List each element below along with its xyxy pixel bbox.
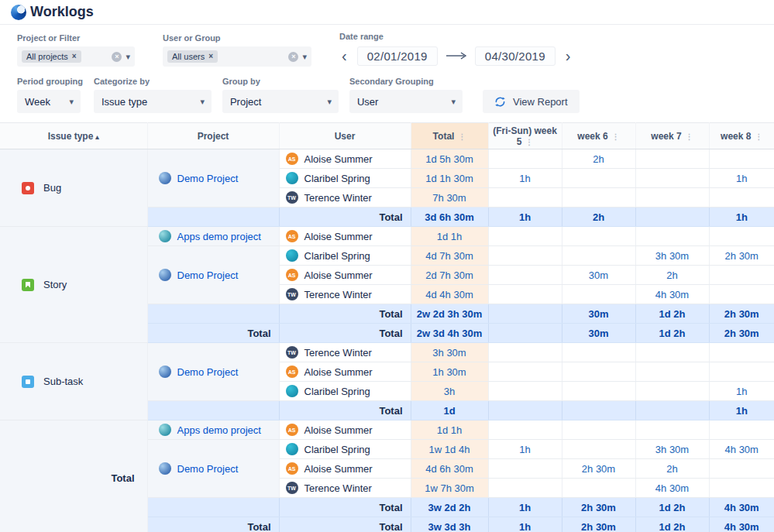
week-cell: 1d 2h	[635, 517, 709, 532]
week-cell: 4h 30m	[709, 517, 774, 532]
total-cell: 3w 3d 3h	[411, 517, 488, 532]
user-cell: ASAloise Summer	[279, 266, 411, 285]
secondary-grouping-select[interactable]: User ▾	[349, 90, 463, 113]
user-name: Aloise Summer	[304, 366, 373, 378]
user-filter-chip[interactable]: All users ×	[167, 50, 218, 63]
week-cell	[488, 401, 562, 420]
week-cell	[488, 362, 562, 382]
avatar: AS	[286, 269, 298, 281]
view-report-button[interactable]: View Report	[483, 90, 580, 113]
total-cell: 1w 7h 30m	[411, 479, 488, 498]
week-cell: 1h	[488, 440, 562, 459]
week-cell	[562, 227, 635, 246]
column-menu-icon[interactable]: ⋮	[612, 132, 620, 141]
user-cell: TWTerence Winter	[279, 285, 411, 304]
week-cell	[709, 188, 774, 208]
group-by-select[interactable]: Project ▾	[222, 90, 339, 113]
issue-type-group-cell: Total	[0, 420, 147, 532]
filter-bar: Project or Filter All projects × × ▾ Use…	[0, 25, 774, 122]
week-cell	[709, 420, 774, 440]
week-cell: 1h	[488, 169, 562, 188]
user-filter-select[interactable]: All users × × ▾	[163, 46, 311, 67]
user-cell: ASAloise Summer	[279, 149, 411, 169]
project-link[interactable]: Demo Project	[177, 173, 239, 184]
avatar: AS	[286, 366, 298, 378]
week-cell: 4h 30m	[709, 440, 774, 459]
project-link[interactable]: Apps demo project	[177, 424, 261, 436]
project-filter-select[interactable]: All projects × × ▾	[17, 46, 135, 67]
categorize-by-select[interactable]: Issue type ▾	[94, 90, 212, 113]
week-cell	[709, 343, 774, 362]
user-name: Claribel Spring	[304, 444, 370, 455]
week-cell	[488, 324, 562, 343]
week-cell	[635, 401, 709, 420]
issue-type-label: Bug	[43, 182, 61, 194]
date-range-label: Date range	[339, 32, 573, 41]
project-link[interactable]: Demo Project	[177, 463, 239, 475]
project-filter-chip[interactable]: All projects ×	[22, 50, 81, 63]
week-cell: 2h 30m	[709, 304, 774, 324]
user-name: Terence Winter	[304, 289, 372, 300]
period-grouping-select[interactable]: Week ▾	[17, 90, 81, 113]
table-row: Story Apps demo project ASAloise Summer …	[0, 227, 774, 246]
subtotal-label: Total	[279, 498, 411, 517]
column-header-user[interactable]: User	[279, 123, 411, 149]
week-cell	[709, 149, 774, 169]
project-link[interactable]: Demo Project	[177, 269, 239, 281]
app-header: Worklogs	[0, 0, 774, 25]
week-cell	[709, 266, 774, 285]
chevron-down-icon: ▾	[126, 52, 130, 62]
column-header-week6[interactable]: week 6⋮	[562, 123, 635, 149]
week-cell: 2h 30m	[562, 517, 635, 532]
avatar: AS	[286, 153, 298, 165]
column-header-project[interactable]: Project	[147, 123, 279, 149]
week-cell: 1d 2h	[635, 304, 709, 324]
column-header-total[interactable]: Total⋮	[411, 123, 488, 149]
clear-icon[interactable]: ×	[112, 52, 122, 62]
date-from-input[interactable]: 02/01/2019	[357, 46, 438, 66]
project-cell: Apps demo project	[147, 227, 279, 246]
chip-remove-icon[interactable]: ×	[72, 53, 77, 60]
subtotal-label: Total	[279, 304, 411, 324]
total-cell: 2w 3d 4h 30m	[411, 324, 488, 343]
project-cell: Demo Project	[147, 343, 279, 401]
column-header-week5[interactable]: (Fri-Sun) week 5⋮	[488, 123, 562, 149]
column-menu-icon[interactable]: ⋮	[686, 132, 693, 141]
period-grouping-label: Period grouping	[17, 77, 83, 86]
project-link[interactable]: Apps demo project	[177, 231, 261, 242]
week-cell	[709, 285, 774, 304]
issue-type-group-cell: Story	[0, 227, 147, 343]
week-cell	[635, 382, 709, 401]
table-row: Total Apps demo project ASAloise Summer …	[0, 420, 774, 440]
user-name: Aloise Summer	[304, 424, 373, 436]
avatar: AS	[286, 462, 298, 475]
project-link[interactable]: Demo Project	[177, 366, 239, 378]
column-header-issue-type[interactable]: Issue type▴	[0, 123, 147, 149]
date-to-input[interactable]: 04/30/2019	[475, 46, 556, 66]
week-cell	[562, 382, 635, 401]
subtotal-label: Total	[279, 401, 411, 420]
clear-icon[interactable]: ×	[288, 52, 298, 62]
selected-value: Project	[230, 96, 261, 108]
week-cell	[488, 304, 562, 324]
week-cell	[562, 188, 635, 208]
avatar: TW	[286, 346, 298, 359]
column-menu-icon[interactable]: ⋮	[525, 138, 533, 146]
column-header-week8[interactable]: week 8⋮	[709, 123, 774, 149]
chip-remove-icon[interactable]: ×	[208, 53, 213, 60]
user-cell: Claribel Spring	[279, 440, 411, 459]
date-range-next-button[interactable]: ›	[563, 48, 573, 63]
week-cell: 2h 30m	[562, 498, 635, 517]
date-range-control: ‹ 02/01/2019 04/30/2019 ›	[339, 45, 573, 67]
column-header-week7[interactable]: week 7⋮	[635, 123, 709, 149]
group-total-label: Total	[147, 517, 279, 532]
date-range-prev-button[interactable]: ‹	[339, 48, 349, 63]
subtotal-spacer-cell	[147, 401, 279, 420]
total-cell: 1h 30m	[411, 362, 488, 382]
week-cell	[488, 246, 562, 266]
column-menu-icon[interactable]: ⋮	[755, 132, 762, 141]
secondary-grouping-label: Secondary Grouping	[349, 77, 463, 86]
user-name: Terence Winter	[304, 347, 372, 359]
column-menu-icon[interactable]: ⋮	[458, 132, 466, 141]
user-cell: Claribel Spring	[279, 382, 411, 401]
